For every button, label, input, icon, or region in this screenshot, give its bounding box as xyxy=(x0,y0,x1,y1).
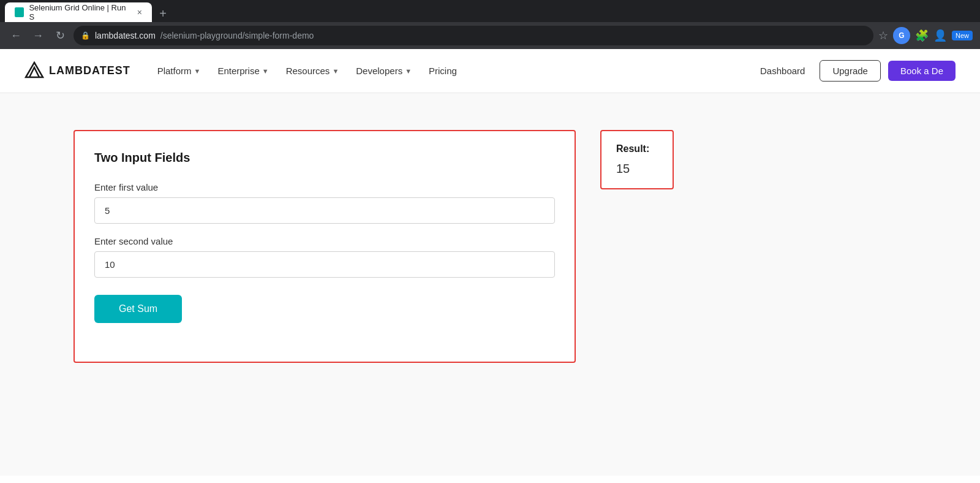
result-card: Result: 15 xyxy=(600,130,674,189)
forward-button[interactable]: → xyxy=(29,27,47,44)
dashboard-link[interactable]: Dashboard xyxy=(753,61,812,81)
book-demo-button[interactable]: Book a De xyxy=(888,61,956,81)
nav-platform[interactable]: Platform ▼ xyxy=(150,61,208,81)
address-bar-row: ← → ↻ 🔒 lambdatest.com /selenium-playgro… xyxy=(0,22,980,49)
resources-chevron: ▼ xyxy=(332,67,339,75)
new-badge: New xyxy=(952,31,973,40)
url-path: /selenium-playground/simple-form-demo xyxy=(160,31,314,40)
form-card: Two Input Fields Enter first value Enter… xyxy=(74,130,576,363)
url-base: lambdatest.com xyxy=(95,31,156,40)
tab-close-button[interactable]: × xyxy=(137,7,142,17)
extension-icon[interactable]: 🧩 xyxy=(915,29,929,42)
form-title: Two Input Fields xyxy=(94,151,555,165)
bookmark-icon[interactable]: ☆ xyxy=(878,29,888,42)
result-label: Result: xyxy=(616,143,658,154)
upgrade-button[interactable]: Upgrade xyxy=(820,60,881,82)
tab-favicon xyxy=(15,7,24,17)
tab-title: Selenium Grid Online | Run S xyxy=(29,3,129,21)
developers-chevron: ▼ xyxy=(405,67,412,75)
browser-tab[interactable]: Selenium Grid Online | Run S × xyxy=(5,2,152,22)
first-value-input[interactable] xyxy=(94,197,555,224)
site-header: LAMBDATEST Platform ▼ Enterprise ▼ Resou… xyxy=(0,49,980,93)
nav-menu: Platform ▼ Enterprise ▼ Resources ▼ Deve… xyxy=(150,61,733,81)
platform-chevron: ▼ xyxy=(194,67,201,75)
enterprise-chevron: ▼ xyxy=(262,67,269,75)
second-value-input[interactable] xyxy=(94,251,555,278)
nav-pricing[interactable]: Pricing xyxy=(421,61,464,81)
browser-actions: ☆ G 🧩 👤 New xyxy=(878,27,973,44)
profile-avatar[interactable]: G xyxy=(893,27,910,44)
address-bar[interactable]: 🔒 lambdatest.com /selenium-playground/si… xyxy=(74,26,873,45)
user-icon[interactable]: 👤 xyxy=(933,29,947,42)
get-sum-button[interactable]: Get Sum xyxy=(94,295,182,323)
back-button[interactable]: ← xyxy=(7,27,24,44)
result-value: 15 xyxy=(616,162,658,176)
second-value-label: Enter second value xyxy=(94,236,555,246)
first-value-label: Enter first value xyxy=(94,182,555,192)
logo-icon xyxy=(24,61,44,81)
main-content: Two Input Fields Enter first value Enter… xyxy=(0,93,980,476)
new-tab-button[interactable]: + xyxy=(154,5,172,22)
reload-button[interactable]: ↻ xyxy=(51,27,69,44)
nav-actions: Dashboard Upgrade Book a De xyxy=(753,60,956,82)
nav-developers[interactable]: Developers ▼ xyxy=(349,61,419,81)
nav-resources[interactable]: Resources ▼ xyxy=(279,61,347,81)
security-icon: 🔒 xyxy=(81,31,90,40)
svg-marker-0 xyxy=(26,63,43,77)
logo[interactable]: LAMBDATEST xyxy=(24,61,130,81)
logo-text: LAMBDATEST xyxy=(49,64,130,77)
nav-enterprise[interactable]: Enterprise ▼ xyxy=(210,61,276,81)
